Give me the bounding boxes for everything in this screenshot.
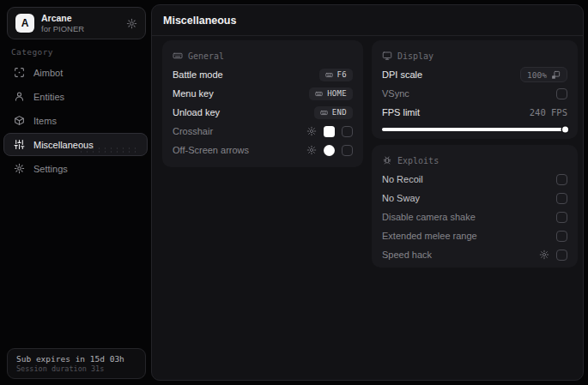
battle-mode-keybind[interactable]: F6 [319, 69, 353, 81]
sidebar-item-label: Settings [33, 164, 68, 174]
display-card-title: Display [397, 51, 433, 61]
sidebar-nav: Aimbot Entities Items Miscellaneous Sett… [3, 61, 148, 180]
exploits-card-title: Exploits [397, 156, 439, 165]
no-sway-row: No Sway [382, 189, 567, 208]
exploits-card: Exploits No Recoil No Sway Disable camer… [372, 145, 578, 268]
no-sway-checkbox[interactable] [556, 193, 567, 204]
offscreen-arrows-checkbox[interactable] [342, 145, 353, 156]
extended-melee-range-checkbox[interactable] [556, 231, 567, 242]
sidebar-item-settings[interactable]: Settings [3, 157, 148, 180]
crosshair-label: Crosshair [173, 126, 306, 136]
app-subtitle: for PIONER [41, 24, 84, 34]
general-card-title: General [188, 51, 224, 61]
no-recoil-checkbox[interactable] [556, 174, 567, 185]
crosshair-row: Crosshair [173, 122, 353, 141]
sub-expiry-text: Sub expires in 15d 03h [16, 354, 136, 364]
fps-slider-fill [382, 128, 567, 131]
keyboard-icon [314, 90, 324, 98]
sidebar-item-aimbot[interactable]: Aimbot [3, 61, 148, 84]
brand-card: A Arcane for PIONER [7, 7, 146, 39]
sidebar-item-miscellaneous[interactable]: Miscellaneous [3, 133, 148, 156]
extended-melee-range-label: Extended melee range [382, 231, 556, 241]
menu-key-label: Menu key [173, 88, 309, 99]
menu-key-row: Menu key HOME [173, 84, 353, 103]
sidebar-item-label: Entities [33, 92, 64, 102]
menu-key-keybind[interactable]: HOME [309, 87, 353, 100]
sliders-icon [14, 139, 25, 150]
dpi-scale-select[interactable]: 100% [520, 67, 567, 82]
battle-mode-row: Battle mode F6 [173, 65, 353, 84]
unload-key-keybind[interactable]: END [314, 106, 353, 119]
category-label: Category [11, 47, 53, 57]
disable-camera-shake-checkbox[interactable] [556, 212, 567, 223]
fps-limit-slider[interactable] [382, 128, 567, 131]
offscreen-arrows-color-swatch[interactable] [324, 145, 335, 156]
speed-hack-checkbox[interactable] [556, 250, 567, 261]
dpi-scale-label: DPI scale [382, 69, 520, 80]
offscreen-arrows-settings-gear-icon[interactable] [306, 145, 317, 155]
subscription-footer: Sub expires in 15d 03h Session duration … [7, 348, 146, 379]
display-card: Display DPI scale 100% VSync FPS limit 2… [372, 40, 578, 139]
speed-hack-label: Speed hack [382, 250, 539, 260]
vsync-row: VSync [382, 84, 567, 103]
keyboard-icon [173, 51, 183, 61]
unload-key-label: Unload key [173, 107, 314, 117]
general-card: General Battle mode F6 Menu key HOME Unl… [162, 40, 363, 167]
gear-icon [14, 163, 25, 174]
crosshair-checkbox[interactable] [342, 126, 353, 137]
app-name: Arcane [41, 13, 84, 24]
fps-limit-row: FPS limit 240 FPS [382, 103, 567, 122]
speed-hack-row: Speed hack [382, 245, 567, 264]
sidebar-item-label: Aimbot [33, 68, 63, 78]
session-duration-text: Session duration 31s [16, 364, 136, 373]
vsync-label: VSync [382, 88, 556, 99]
dots-texture [78, 147, 140, 153]
sidebar-item-label: Items [33, 116, 57, 126]
scale-icon [551, 70, 561, 80]
bug-icon [382, 155, 392, 165]
no-recoil-row: No Recoil [382, 170, 567, 189]
page-header: Miscellaneous [152, 5, 583, 36]
fps-limit-value: 240 FPS [530, 107, 567, 117]
offscreen-arrows-label: Off-Screen arrows [173, 145, 306, 155]
battle-mode-label: Battle mode [173, 69, 319, 80]
dpi-scale-row: DPI scale 100% [382, 65, 567, 84]
app-logo: A [15, 14, 34, 33]
keyboard-icon [319, 109, 329, 117]
fps-slider-knob[interactable] [562, 127, 568, 133]
crosshair-color-swatch[interactable] [324, 126, 335, 137]
no-sway-label: No Sway [382, 193, 556, 203]
box-icon [14, 115, 25, 126]
speed-hack-settings-gear-icon[interactable] [539, 250, 549, 260]
crosshair-scan-icon [14, 67, 25, 78]
fps-limit-label: FPS limit [382, 107, 530, 117]
sidebar-item-items[interactable]: Items [3, 109, 148, 132]
page-title: Miscellaneous [163, 15, 236, 27]
header-gear-icon[interactable] [126, 18, 137, 29]
offscreen-arrows-row: Off-Screen arrows [173, 141, 353, 159]
monitor-icon [382, 51, 392, 61]
disable-camera-shake-row: Disable camera shake [382, 208, 567, 226]
sidebar-item-entities[interactable]: Entities [3, 85, 148, 108]
main-panel: Miscellaneous General Battle mode F6 Men… [151, 4, 584, 381]
unload-key-row: Unload key END [173, 103, 353, 122]
disable-camera-shake-label: Disable camera shake [382, 212, 556, 222]
crosshair-settings-gear-icon[interactable] [306, 126, 317, 136]
extended-melee-range-row: Extended melee range [382, 226, 567, 245]
sidebar: A Arcane for PIONER Category Aimbot Enti… [0, 0, 151, 385]
no-recoil-label: No Recoil [382, 174, 556, 184]
person-icon [14, 91, 25, 102]
vsync-checkbox[interactable] [556, 88, 567, 99]
keyboard-icon [324, 71, 334, 79]
